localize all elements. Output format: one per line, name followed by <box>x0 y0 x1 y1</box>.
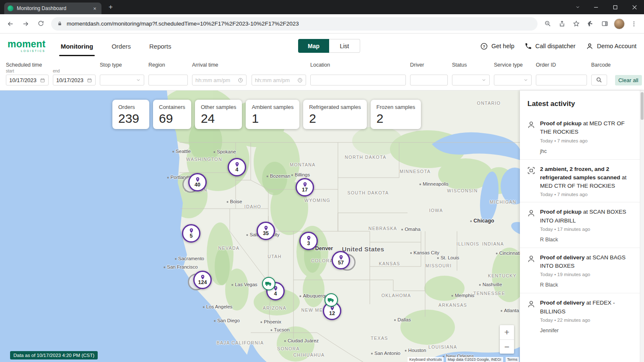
clear-all-button[interactable]: Clear all <box>615 75 642 85</box>
end-sublabel: end <box>53 69 96 75</box>
location-field[interactable] <box>310 75 406 85</box>
person-icon <box>527 254 536 264</box>
nav-item-orders[interactable]: Orders <box>102 34 140 59</box>
tab-close-icon[interactable]: × <box>91 5 98 12</box>
map-cluster-marker[interactable]: 5 <box>182 224 200 243</box>
start-date-field[interactable] <box>6 75 49 85</box>
map-label: Houston <box>405 348 426 353</box>
driver-input[interactable] <box>413 77 444 83</box>
stat-value: 24 <box>201 111 236 126</box>
bookmark-star-icon[interactable] <box>569 17 583 31</box>
map-cluster-marker[interactable]: 40 <box>188 173 207 191</box>
barcode-search-button[interactable] <box>591 75 607 85</box>
window-maximize-button[interactable] <box>605 0 625 14</box>
map-label: KENTUCKY <box>488 273 517 278</box>
terms-link[interactable]: Terms <box>506 357 519 362</box>
filter-stop-type: Stop type <box>100 62 144 85</box>
activity-time: Today • 7 minutes ago <box>540 138 635 143</box>
keyboard-shortcuts-link[interactable]: Keyboard shortcuts <box>408 357 444 362</box>
new-tab-button[interactable]: + <box>105 1 117 13</box>
location-label: Location <box>310 62 406 69</box>
address-bar[interactable]: momentdash.com/monitoring/map?f.schedule… <box>51 17 538 31</box>
arrival-end-input[interactable] <box>255 77 296 83</box>
arrival-start-input[interactable] <box>195 77 236 83</box>
stat-label: Containers <box>159 104 185 110</box>
share-icon[interactable] <box>555 17 569 31</box>
end-date-input[interactable] <box>56 77 85 83</box>
map-list-toggle: Map List <box>298 39 360 53</box>
map-cluster-marker[interactable]: 17 <box>296 178 314 197</box>
map-cluster-marker[interactable]: 57 <box>332 251 350 269</box>
map-label: Sacramento <box>175 256 204 261</box>
map-cluster-marker[interactable]: 35 <box>257 222 275 240</box>
activity-item[interactable]: Proof of delivery at FEDEX - BILLINGS To… <box>520 293 644 339</box>
arrival-end-field[interactable] <box>252 75 306 85</box>
map-label: San Diego <box>214 318 240 323</box>
extensions-icon[interactable] <box>584 17 597 31</box>
map-cluster-marker[interactable]: 124 <box>193 271 212 289</box>
arrival-start-field[interactable] <box>192 75 247 85</box>
stat-value: 2 <box>377 111 415 126</box>
order-id-field[interactable] <box>536 75 587 85</box>
menu-kebab-icon[interactable] <box>627 17 641 31</box>
map-cluster-marker[interactable]: 3 <box>299 232 318 250</box>
region-field[interactable] <box>148 75 188 85</box>
status-input[interactable] <box>455 77 480 83</box>
filter-bar: Scheduled time start end <box>0 59 644 90</box>
stat-label: Frozen samples <box>377 104 415 110</box>
map-label: United States <box>342 246 384 253</box>
service-type-input[interactable] <box>497 77 522 83</box>
map-truck-marker[interactable] <box>262 277 275 290</box>
get-help-label: Get help <box>491 43 514 49</box>
stat-card-other-samples: Other samples 24 <box>195 100 242 129</box>
toggle-list-button[interactable]: List <box>329 39 360 53</box>
driver-field[interactable] <box>410 75 448 85</box>
map-cluster-marker[interactable]: 4 <box>228 158 246 176</box>
start-date-input[interactable] <box>9 77 38 83</box>
forward-button[interactable] <box>18 17 33 31</box>
back-button[interactable] <box>3 17 18 31</box>
status-select[interactable] <box>452 75 490 85</box>
moment-logo[interactable]: moment LOGISTICS <box>8 39 46 53</box>
activity-item[interactable]: 2 ambient, 2 frozen, and 2 refrigerated … <box>520 159 644 202</box>
browser-titlebar: Monitoring Dashboard × + <box>0 0 644 14</box>
cluster-count: 35 <box>263 231 269 237</box>
call-dispatcher-button[interactable]: Call dispatcher <box>525 42 576 50</box>
stop-type-input[interactable] <box>103 77 134 83</box>
browser-tab[interactable]: Monitoring Dashboard × <box>4 3 101 14</box>
window-minimize-button[interactable] <box>586 0 605 14</box>
activity-scrollbar[interactable] <box>640 90 644 362</box>
window-close-button[interactable] <box>625 0 644 14</box>
stop-type-label: Stop type <box>100 62 144 69</box>
zoom-in-button[interactable]: + <box>500 325 514 339</box>
activity-action: Proof of pickup <box>540 120 582 127</box>
map-truck-marker[interactable] <box>325 293 338 307</box>
lock-icon <box>57 21 62 26</box>
zoom-icon[interactable] <box>541 17 554 31</box>
map[interactable]: ONTARIOWASHINGTONOREGONMONTANANORTH DAKO… <box>0 90 520 362</box>
side-panel-icon[interactable] <box>598 17 611 31</box>
tab-list-chevron-icon[interactable] <box>569 0 586 14</box>
phone-icon <box>525 42 532 50</box>
nav-item-reports[interactable]: Reports <box>140 34 181 59</box>
get-help-button[interactable]: ? Get help <box>480 42 514 50</box>
order-id-input[interactable] <box>539 77 584 83</box>
reload-button[interactable] <box>34 17 48 31</box>
service-type-select[interactable] <box>494 75 532 85</box>
toggle-map-button[interactable]: Map <box>298 39 329 53</box>
end-date-field[interactable] <box>53 75 96 85</box>
profile-avatar[interactable] <box>614 18 625 29</box>
zoom-out-button[interactable]: − <box>500 339 514 354</box>
scrollbar-thumb[interactable] <box>641 92 644 120</box>
nav-item-monitoring[interactable]: Monitoring <box>52 34 102 59</box>
cluster-count: 40 <box>195 182 200 188</box>
stop-type-select[interactable] <box>100 75 144 85</box>
activity-item[interactable]: Proof of delivery at SCAN BAGS INTO BOXE… <box>520 248 644 293</box>
activity-user: R Black <box>540 282 635 288</box>
account-menu[interactable]: Demo Account <box>586 42 636 50</box>
activity-item[interactable]: Proof of pickup at MED CTR OF THE ROCKIE… <box>520 114 644 159</box>
activity-item[interactable]: Proof of pickup at SCAN BOXES INTO AIRBI… <box>520 202 644 248</box>
location-input[interactable] <box>314 77 402 83</box>
region-input[interactable] <box>152 77 184 83</box>
map-data-attribution: Map data ©2023 Google, INEGI <box>446 357 503 362</box>
